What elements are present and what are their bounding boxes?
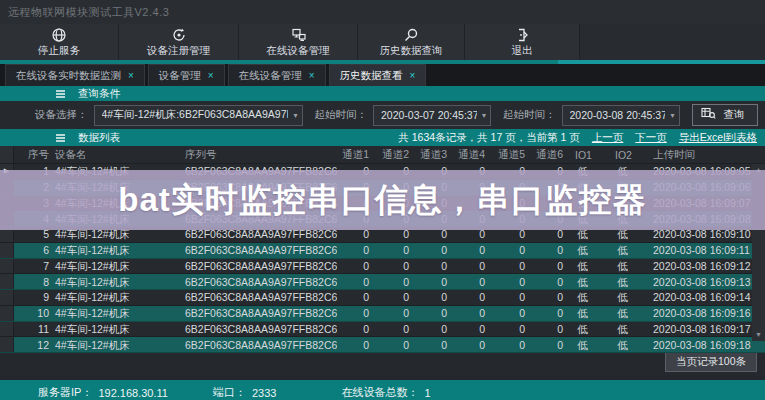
cell-ch4: 0: [453, 338, 491, 352]
cell-device: 4#车间-12#机床: [52, 290, 177, 304]
table-row[interactable]: 6 4#车间-12#机床 6B2F063C8A8AA9A97FFB82C6 0 …: [0, 243, 765, 259]
stop-service-button[interactable]: 停止服务: [0, 24, 119, 60]
query-row: 设备选择： 4#车间-12#机床:6B2F063C8A8AA9A97FFB82C…: [0, 101, 765, 129]
col-header-ch5[interactable]: 通道5: [491, 148, 531, 162]
tab-device-management[interactable]: 设备管理 ×: [148, 64, 225, 86]
scroll-down-icon[interactable]: ▼: [755, 331, 762, 339]
cell-index: 12: [14, 338, 52, 352]
cell-io2: 低: [609, 338, 647, 352]
col-header-index[interactable]: 序号: [14, 148, 52, 162]
cell-ch5: 0: [491, 259, 531, 273]
cell-uptime: 2020-03-08 16:09:13: [647, 275, 751, 289]
cell-ch4: 0: [453, 259, 491, 273]
end-time-label: 起始时间：: [503, 108, 556, 122]
port-value: 2333: [252, 387, 276, 399]
col-header-io2[interactable]: IO2: [609, 149, 647, 161]
tab-history-data[interactable]: 历史数据查看 ×: [329, 64, 427, 86]
row-select-marker: [0, 337, 14, 352]
cell-ch1: 0: [337, 290, 375, 304]
prev-page-link[interactable]: 上一页: [592, 131, 624, 145]
col-header-io1[interactable]: IO1: [569, 149, 609, 161]
close-icon[interactable]: ×: [208, 70, 214, 81]
cell-ch3: 0: [415, 338, 453, 352]
window-titlebar: 远程物联网模块测试工具V2.4.3: [0, 0, 765, 24]
devices-icon: [290, 27, 307, 43]
globe-icon: [51, 27, 67, 43]
col-header-ch6[interactable]: 通道6: [531, 148, 569, 162]
table-row[interactable]: 7 4#车间-12#机床 6B2F063C8A8AA9A97FFB82C6 0 …: [0, 259, 765, 275]
cell-serial: 6B2F063C8A8AA9A97FFB82C6: [177, 338, 337, 352]
cell-serial: 6B2F063C8A8AA9A97FFB82C6: [177, 243, 337, 257]
col-header-ch2[interactable]: 通道2: [375, 148, 415, 162]
export-excel-link[interactable]: 导出Excel到表格: [679, 131, 757, 145]
watermark-text: bat实时监控串口信息，串口监控器: [118, 178, 647, 223]
cell-ch1: 0: [337, 306, 375, 320]
row-select-marker: [0, 290, 14, 305]
cell-serial: 6B2F063C8A8AA9A97FFB82C6: [177, 290, 337, 304]
cell-io1: 低: [569, 243, 609, 257]
table-row[interactable]: 9 4#车间-12#机床 6B2F063C8A8AA9A97FFB82C6 0 …: [0, 290, 765, 306]
cell-ch4: 0: [453, 322, 491, 336]
online-devices-button[interactable]: 在线设备管理: [239, 24, 358, 60]
table-row[interactable]: 8 4#车间-12#机床 6B2F063C8A8AA9A97FFB82C6 0 …: [0, 274, 765, 290]
cell-ch3: 0: [415, 243, 453, 257]
start-time-picker[interactable]: 2020-03-07 20:45:37 ▾: [373, 105, 491, 126]
cell-ch5: 0: [491, 338, 531, 352]
cell-device: 4#车间-12#机床: [52, 338, 177, 352]
cell-ch5: 0: [491, 243, 531, 257]
query-search-button[interactable]: 查询: [692, 104, 758, 126]
history-query-button[interactable]: 历史数据查询: [358, 24, 465, 60]
cell-ch5: 0: [491, 275, 531, 289]
next-page-link[interactable]: 下一页: [635, 131, 667, 145]
col-header-ch4[interactable]: 通道4: [453, 148, 491, 162]
pagination: 共 1634条记录，共 17 页，当前第 1 页 上一页 下一页 导出Excel…: [398, 131, 757, 145]
col-header-ch1[interactable]: 通道1: [337, 148, 375, 162]
col-header-ch3[interactable]: 通道3: [415, 148, 453, 162]
col-header-device[interactable]: 设备名: [52, 148, 177, 162]
cell-index: 11: [14, 322, 52, 336]
cell-io2: 低: [609, 243, 647, 257]
watermark-banner: bat实时监控串口信息，串口监控器: [0, 170, 765, 230]
history-search-icon: [403, 27, 419, 43]
table-row[interactable]: 11 4#车间-12#机床 6B2F063C8A8AA9A97FFB82C6 0…: [0, 322, 765, 338]
end-time-picker[interactable]: 2020-03-08 20:45:37 ▾: [562, 105, 680, 126]
cell-index: 7: [14, 259, 52, 273]
cell-ch1: 0: [337, 338, 375, 352]
header-gutter: [0, 146, 14, 163]
col-header-uptime[interactable]: 上传时间: [647, 148, 751, 162]
cell-ch6: 0: [531, 243, 569, 257]
query-condition-bar: 查询条件: [0, 86, 765, 101]
cell-index: 10: [14, 306, 52, 320]
cell-ch5: 0: [491, 306, 531, 320]
col-header-serial[interactable]: 序列号: [177, 148, 337, 162]
cell-ch3: 0: [415, 322, 453, 336]
cell-ch1: 0: [337, 243, 375, 257]
stop-service-label: 停止服务: [38, 44, 80, 58]
cell-io2: 低: [609, 275, 647, 289]
cell-ch2: 0: [375, 322, 415, 336]
close-icon[interactable]: ×: [410, 70, 416, 81]
list-icon: [55, 89, 66, 99]
page-records-button[interactable]: 当页记录100条: [665, 352, 757, 372]
exit-button[interactable]: 退出: [465, 24, 580, 60]
cell-uptime: 2020-03-08 16:09:17: [647, 322, 751, 336]
tab-label: 在线设备实时数据监测: [16, 69, 121, 83]
table-row[interactable]: 10 4#车间-12#机床 6B2F063C8A8AA9A97FFB82C6 0…: [0, 306, 765, 322]
table-row[interactable]: 12 4#车间-12#机床 6B2F063C8A8AA9A97FFB82C6 0…: [0, 337, 765, 353]
tab-online-devices[interactable]: 在线设备管理 ×: [228, 64, 326, 86]
cell-uptime: 2020-03-08 16:09:12: [647, 259, 751, 273]
device-register-button[interactable]: 设备注册管理: [119, 24, 239, 60]
server-ip-label: 服务器IP：: [38, 385, 92, 400]
close-icon[interactable]: ×: [309, 70, 315, 81]
device-select-dropdown[interactable]: 4#车间-12#机床:6B2F063C8A8AA9A97FFB82C6 ▾: [94, 105, 303, 126]
table-header: 序号 设备名 序列号 通道1 通道2 通道3 通道4 通道5 通道6 IO1 I…: [0, 146, 765, 164]
pagination-summary: 共 1634条记录，共 17 页，当前第 1 页: [398, 131, 579, 145]
tab-realtime-monitor[interactable]: 在线设备实时数据监测 ×: [5, 64, 145, 86]
close-icon[interactable]: ×: [128, 70, 134, 81]
cell-index: 8: [14, 275, 52, 289]
chevron-down-icon: ▾: [665, 111, 674, 120]
document-tabbar: 在线设备实时数据监测 × 设备管理 × 在线设备管理 × 历史数据查看 ×: [0, 64, 765, 86]
cell-ch6: 0: [531, 338, 569, 352]
device-select-value: 4#车间-12#机床:6B2F063C8A8AA9A97FFB82C6: [102, 108, 289, 122]
data-list-bar: 数据列表 共 1634条记录，共 17 页，当前第 1 页 上一页 下一页 导出…: [0, 129, 765, 146]
